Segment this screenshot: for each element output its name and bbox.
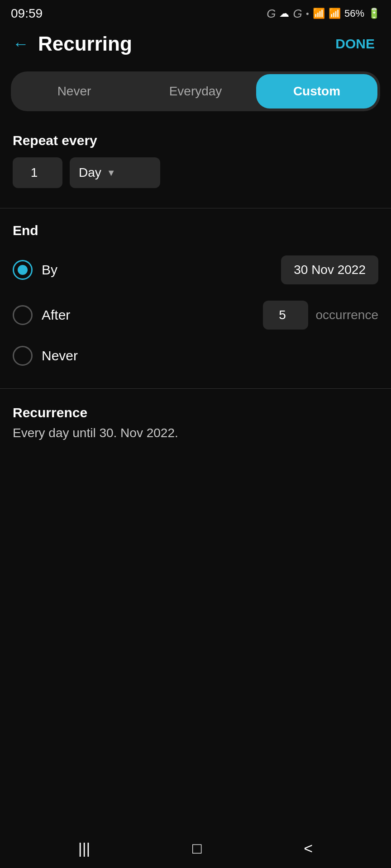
nav-back-icon[interactable]: < bbox=[304, 840, 313, 857]
dot-icon: ● bbox=[306, 10, 309, 17]
end-section-label: End bbox=[13, 223, 378, 238]
recurrence-section: Recurrence Every day until 30. Nov 2022. bbox=[0, 392, 391, 453]
repeat-every-label: Repeat every bbox=[13, 133, 378, 148]
radio-after-label: After bbox=[42, 307, 70, 323]
end-after-option: After occurrence bbox=[13, 292, 378, 338]
tab-custom[interactable]: Custom bbox=[256, 74, 377, 108]
bottom-navigation: ||| □ < bbox=[0, 828, 391, 868]
status-bar: 09:59 G ☁ G ● 📶 📶 56% 🔋 bbox=[0, 0, 391, 25]
wifi-icon: 📶 bbox=[313, 8, 325, 19]
battery-percent: 56% bbox=[344, 8, 364, 19]
recurrence-description: Every day until 30. Nov 2022. bbox=[13, 426, 378, 440]
app-header: ← Recurring DONE bbox=[0, 25, 391, 62]
google-icon: G bbox=[267, 7, 276, 21]
end-never-option: Never bbox=[13, 338, 378, 374]
dropdown-arrow-icon: ▼ bbox=[107, 168, 116, 178]
status-icons: G ☁ G ● 📶 📶 56% 🔋 bbox=[267, 7, 380, 21]
signal-icon: 📶 bbox=[329, 8, 341, 19]
repeat-every-section: Repeat every Day ▼ bbox=[0, 120, 391, 204]
by-date-container: 30 Nov 2022 bbox=[281, 255, 378, 284]
tab-everyday[interactable]: Everyday bbox=[135, 74, 256, 108]
cloud-icon: ☁ bbox=[279, 8, 289, 19]
nav-menu-icon[interactable]: ||| bbox=[78, 840, 91, 857]
radio-after[interactable] bbox=[13, 305, 33, 325]
done-button[interactable]: DONE bbox=[332, 33, 378, 55]
repeat-row: Day ▼ bbox=[13, 157, 378, 188]
nav-home-icon[interactable]: □ bbox=[192, 840, 202, 857]
recurrence-title: Recurrence bbox=[13, 405, 378, 420]
radio-never-label: Never bbox=[42, 348, 78, 363]
occurrence-label: occurrence bbox=[315, 308, 378, 322]
header-left: ← Recurring bbox=[13, 33, 132, 55]
google-icon-2: G bbox=[293, 7, 302, 21]
page-title: Recurring bbox=[38, 33, 132, 55]
divider-1 bbox=[0, 208, 391, 208]
after-number-input[interactable] bbox=[263, 301, 308, 330]
by-date-input[interactable]: 30 Nov 2022 bbox=[281, 255, 378, 284]
radio-by-inner bbox=[18, 265, 28, 275]
status-time: 09:59 bbox=[11, 6, 43, 21]
after-content: occurrence bbox=[263, 301, 378, 330]
repeat-unit-label: Day bbox=[79, 165, 101, 180]
repeat-unit-dropdown[interactable]: Day ▼ bbox=[70, 157, 160, 188]
end-section: End By 30 Nov 2022 After occurrence Neve… bbox=[0, 212, 391, 385]
battery-icon: 🔋 bbox=[368, 8, 380, 19]
end-by-option: By 30 Nov 2022 bbox=[13, 247, 378, 292]
back-button[interactable]: ← bbox=[13, 36, 29, 52]
tab-selector: Never Everyday Custom bbox=[11, 71, 380, 111]
radio-by[interactable] bbox=[13, 260, 33, 280]
tab-never[interactable]: Never bbox=[14, 74, 135, 108]
radio-by-label: By bbox=[42, 262, 57, 278]
divider-2 bbox=[0, 388, 391, 389]
radio-never[interactable] bbox=[13, 346, 33, 366]
repeat-number-input[interactable] bbox=[13, 157, 62, 188]
